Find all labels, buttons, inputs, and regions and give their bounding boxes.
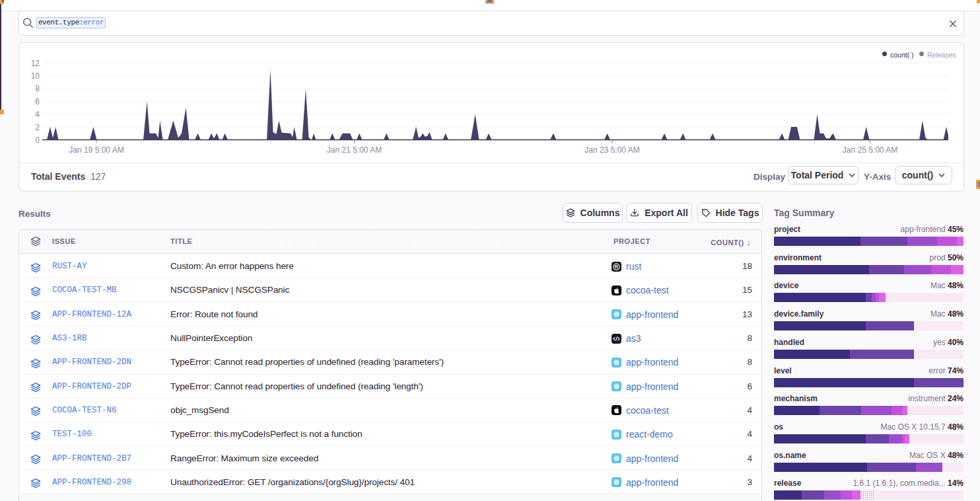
svg-text:R: R [615,264,619,270]
